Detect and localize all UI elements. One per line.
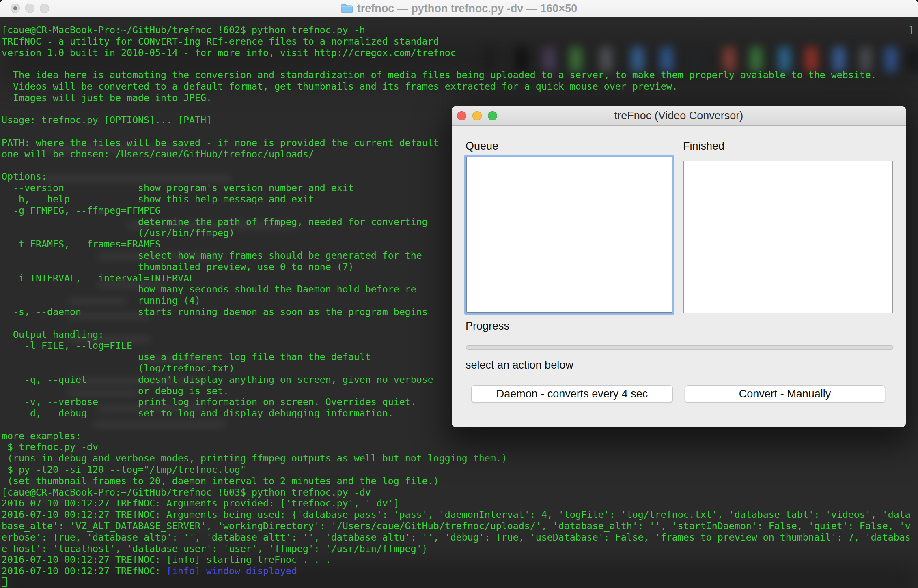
terminal-line: Images will just be made into JPEG. bbox=[2, 92, 918, 103]
progress-label: Progress bbox=[465, 320, 509, 333]
terminal-line: $ trefnoc.py -dv bbox=[2, 441, 918, 453]
terminal-line: [caue@CR-MacBook-Pro:~/GitHub/trefnoc !6… bbox=[2, 487, 918, 498]
terminal-minimize-button[interactable] bbox=[25, 4, 34, 13]
terminal-line: 2016-07-10 00:12:27 TREfNOC: [info] wind… bbox=[2, 565, 918, 577]
terminal-cursor bbox=[2, 577, 7, 587]
progress-bar bbox=[466, 345, 893, 350]
action-hint-label: select an action below bbox=[465, 359, 573, 371]
terminal-line: 2016-07-10 00:12:27 TREfNOC: [info] star… bbox=[2, 554, 918, 565]
gui-minimize-button[interactable] bbox=[472, 111, 482, 120]
terminal-close-button[interactable] bbox=[11, 4, 20, 13]
trefnoc-titlebar[interactable]: treFnoc (Video Conversor) bbox=[452, 106, 906, 126]
gui-zoom-button[interactable] bbox=[488, 111, 497, 120]
finished-label: Finished bbox=[683, 140, 724, 152]
terminal-line bbox=[2, 577, 918, 588]
terminal-line: version 1.0 built in 2010-05-14 - for mo… bbox=[2, 47, 918, 58]
terminal-titlebar[interactable]: trefnoc — python trefnoc.py -dv — 160×50 bbox=[0, 0, 918, 17]
folder-icon bbox=[341, 4, 353, 13]
terminal-line: erbose': True, 'database_altp': '', 'dat… bbox=[2, 532, 918, 543]
terminal-line: base_alte': 'VZ_ALT_DATABASE_SERVER', 'w… bbox=[2, 520, 918, 532]
terminal-title: trefnoc — python trefnoc.py -dv — 160×50 bbox=[0, 0, 918, 17]
modified-dot-icon bbox=[13, 6, 17, 10]
terminal-line: (set thumbnail frames to 20, daemon inte… bbox=[2, 475, 918, 487]
terminal-line: TREfNOC - a utility for CONvERT-ing REf-… bbox=[2, 36, 918, 47]
terminal-line: Videos will be converted to a default fo… bbox=[2, 81, 918, 92]
terminal-title-text: trefnoc — python trefnoc.py -dv — 160×50 bbox=[357, 2, 577, 15]
trefnoc-traffic-lights bbox=[457, 111, 497, 120]
queue-label: Queue bbox=[465, 140, 498, 152]
terminal-line: [caue@CR-MacBook-Pro:~/GitHub/trefnoc !6… bbox=[2, 24, 918, 36]
terminal-line: 2016-07-10 00:12:27 TREfNOC: Arguments b… bbox=[2, 509, 918, 520]
terminal-traffic-lights bbox=[11, 4, 49, 13]
terminal-line: more examples: bbox=[2, 430, 918, 442]
trefnoc-app-window: treFnoc (Video Conversor) Queue Finished… bbox=[452, 106, 906, 427]
queue-listbox[interactable] bbox=[466, 157, 672, 313]
terminal-line: The idea here is automating the conversi… bbox=[2, 69, 918, 81]
terminal-line: (runs in debug and verbose modes, printi… bbox=[2, 453, 918, 464]
terminal-line bbox=[2, 58, 918, 69]
terminal-line: e_host': 'localhost', 'database_user': '… bbox=[2, 543, 918, 554]
terminal-line: 2016-07-10 00:12:27 TREfNOC: Arguments p… bbox=[2, 498, 918, 509]
terminal-zoom-button[interactable] bbox=[40, 4, 49, 13]
terminal-line: $ py -t20 -si 120 --log="/tmp/trefnoc.lo… bbox=[2, 464, 918, 475]
daemon-button[interactable]: Daemon - converts every 4 sec bbox=[471, 385, 673, 403]
gui-close-button[interactable] bbox=[457, 111, 466, 120]
trefnoc-window-title: treFnoc (Video Conversor) bbox=[452, 106, 906, 125]
finished-listbox[interactable] bbox=[683, 161, 893, 313]
convert-manually-button[interactable]: Convert - Manually bbox=[685, 385, 885, 403]
